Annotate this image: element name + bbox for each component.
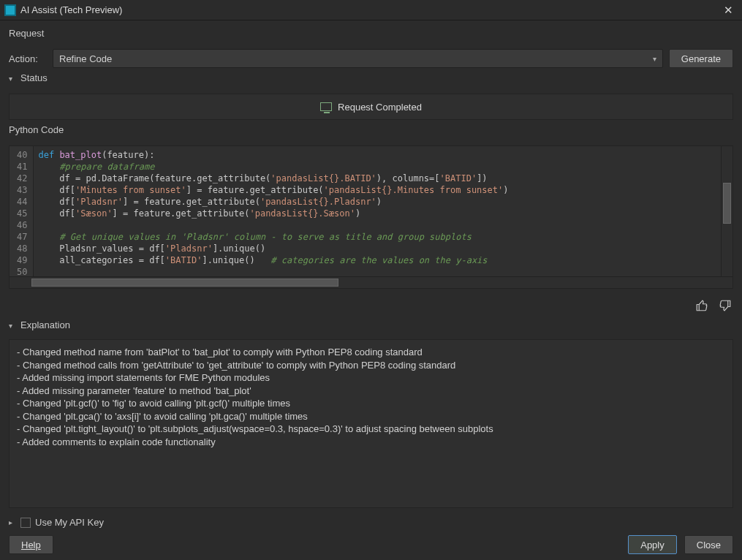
monitor-icon <box>320 102 332 111</box>
horizontal-scroll-thumb[interactable] <box>31 279 338 287</box>
code-content[interactable]: def bat_plot(feature): #prepare datafram… <box>34 146 721 276</box>
explanation-box: - Changed method name from 'batPlot' to … <box>9 339 733 508</box>
vertical-scroll-thumb[interactable] <box>723 183 731 224</box>
titlebar: AI Assist (Tech Preview) ✕ <box>0 0 742 20</box>
chevron-down-icon: ▾ <box>9 322 16 330</box>
thumbs-up-icon[interactable] <box>694 298 710 314</box>
api-key-row[interactable]: ▸ Use My API Key <box>9 517 733 528</box>
explanation-section-label: Explanation <box>20 319 70 330</box>
action-select[interactable]: Refine Code ▾ <box>53 49 663 68</box>
action-label: Action: <box>9 53 47 64</box>
line-number-gutter: 40414243444546474849505152 <box>10 146 34 276</box>
status-message: Request Completed <box>338 102 422 113</box>
close-button[interactable]: Close <box>684 535 733 554</box>
app-icon <box>4 4 16 16</box>
status-section-label: Status <box>20 72 48 83</box>
python-section-label: Python Code <box>9 124 733 135</box>
api-key-label: Use My API Key <box>35 517 104 528</box>
chevron-down-icon: ▾ <box>653 55 656 63</box>
close-icon[interactable]: ✕ <box>719 2 738 18</box>
horizontal-scrollbar[interactable] <box>10 276 732 288</box>
apply-button[interactable]: Apply <box>628 535 677 554</box>
action-row: Action: Refine Code ▾ Generate <box>9 49 733 68</box>
help-button[interactable]: Help <box>9 535 53 554</box>
feedback-row <box>9 298 733 314</box>
status-box: Request Completed <box>9 94 733 120</box>
explanation-header[interactable]: ▾ Explanation <box>9 319 733 332</box>
vertical-scrollbar[interactable] <box>721 146 732 276</box>
chevron-right-icon: ▸ <box>9 518 16 526</box>
request-section-label: Request <box>9 28 733 39</box>
generate-button[interactable]: Generate <box>669 49 733 68</box>
action-selected-value: Refine Code <box>59 53 112 64</box>
api-key-checkbox[interactable] <box>20 518 31 528</box>
chevron-down-icon: ▾ <box>9 75 16 83</box>
status-header[interactable]: ▾ Status <box>9 72 733 85</box>
window-title: AI Assist (Tech Preview) <box>20 4 122 15</box>
thumbs-down-icon[interactable] <box>717 298 733 314</box>
code-editor[interactable]: 40414243444546474849505152 def bat_plot(… <box>9 145 733 289</box>
